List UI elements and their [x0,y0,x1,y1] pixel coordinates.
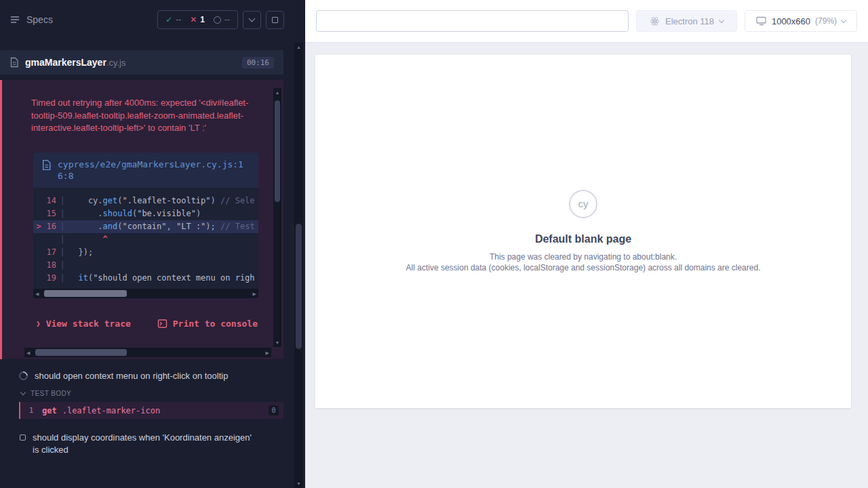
code-frame-file-link[interactable]: cypress/e2e/gmaMarkersLayer.cy.js:16:8 [33,152,258,188]
attempt-hscrollbar[interactable]: ◀ ▶ [24,348,271,357]
failed-count: 1 [200,15,205,24]
viewport-stage: cy Default blank page This page was clea… [305,43,868,488]
spec-file-icon [9,57,19,68]
spec-name: gmaMarkersLayer [25,57,106,68]
cypress-logo: cy [569,190,597,218]
test-item-queued[interactable]: should display coordinates when 'Koordin… [0,432,283,456]
stat-pending: -- [214,15,230,24]
error-message: Timed out retrying after 4000ms: expecte… [31,97,263,135]
chevron-right-icon: ❯ [36,319,41,328]
spec-duration: 00:16 [242,57,274,68]
blank-page-line2: All active session data (cookies, localS… [406,262,761,274]
attempt-vscrollbar[interactable]: ▲ ▼ [273,88,281,347]
stat-failed: ✕ 1 [190,15,205,24]
code-frame-hscrollbar[interactable]: ◀ ▶ [33,289,258,298]
stats-box: ✓ -- ✕ 1 -- [157,10,238,29]
reporter-controls: ✓ -- ✕ 1 -- [157,10,284,29]
runner-header: Electron 118 1000x660 (79%) [305,0,868,43]
test-title: should open context menu on right-click … [35,371,228,381]
code-line: >16| .and("contain", "LT :"); // Test [33,220,258,233]
error-actions: ❯ View stack trace Print to console [36,319,258,329]
spinner-icon [17,369,29,382]
scroll-right-icon[interactable]: ▶ [266,350,269,355]
pending-count: -- [224,15,230,24]
code-line: 19| it("should open context menu on righ [33,272,258,285]
command-count-badge: 0 [269,405,279,415]
stack-trace-label: View stack trace [46,319,131,329]
file-link-text: cypress/e2e/gmaMarkersLayer.cy.js:16:8 [58,159,250,182]
specs-menu-toggle[interactable]: Specs [9,14,53,25]
specs-label: Specs [26,14,53,25]
failed-attempt-panel: Timed out retrying after 4000ms: expecte… [0,80,283,359]
passed-count: -- [176,15,181,24]
command-method: get [42,406,57,415]
command-number: 1 [20,406,42,415]
viewport-select[interactable]: 1000x660 (79%) [745,10,857,32]
viewport-size: 1000x660 [772,16,810,26]
blank-page-title: Default blank page [406,233,761,245]
command-log-row[interactable]: 1 get .leaflet-marker-icon 0 [19,402,283,419]
file-icon [41,159,52,171]
test-body-section[interactable]: TEST BODY [0,387,71,399]
code-frame: cypress/e2e/gmaMarkersLayer.cy.js:16:8 1… [33,152,258,298]
code-frame-hscroll-thumb[interactable] [44,290,127,297]
cypress-app: Specs ✓ -- ✕ 1 -- [0,0,868,488]
print-to-console-button[interactable]: Print to console [157,319,258,329]
browser-select[interactable]: Electron 118 [636,10,737,32]
cross-icon: ✕ [190,15,197,24]
scroll-up-icon[interactable]: ▲ [273,90,281,95]
pending-icon [214,16,221,24]
collapse-all-button[interactable] [243,11,261,29]
code-lines: 14| cy.get(".leaflet-tooltip") // Sele15… [33,188,258,289]
scroll-down-icon[interactable]: ▼ [294,481,303,486]
chevron-down-icon [719,17,724,22]
viewport-icon [756,16,767,26]
scroll-down-icon[interactable]: ▼ [273,340,281,345]
code-line: 18| [33,259,258,272]
reporter-vscroll-thumb[interactable] [296,224,302,349]
attempt-hscroll-thumb[interactable] [35,349,127,356]
blank-page-line1: This page was cleared by navigating to a… [406,251,761,263]
reporter-panel: Specs ✓ -- ✕ 1 -- [0,0,305,488]
stat-passed: ✓ -- [165,15,181,24]
code-line: | ^ [33,233,258,246]
chevron-down-icon [249,16,256,22]
url-input[interactable] [316,10,629,32]
chevron-down-icon [20,389,26,394]
test-body-label: TEST BODY [31,390,71,397]
command-message: .leaflet-marker-icon [62,406,161,415]
reporter-vscrollbar[interactable]: ▲ ▼ [294,43,303,488]
reporter-header: Specs ✓ -- ✕ 1 -- [0,0,294,39]
view-stack-trace-button[interactable]: ❯ View stack trace [36,319,131,329]
chevron-down-icon [841,17,846,22]
scroll-left-icon[interactable]: ◀ [26,350,30,355]
scroll-up-icon[interactable]: ▲ [294,45,303,49]
print-console-label: Print to console [173,319,258,329]
attempt-vscroll-thumb[interactable] [275,100,280,202]
spec-extension: .cy.js [106,58,126,68]
code-line: 15| .should("be.visible") [33,207,258,220]
stop-run-button[interactable] [266,11,284,29]
blank-page-content: cy Default blank page This page was clea… [406,190,761,274]
stop-icon [272,17,278,23]
electron-browser-icon [650,16,660,26]
browser-label: Electron 118 [665,16,714,26]
scroll-right-icon[interactable]: ▶ [253,291,256,296]
test-item-active[interactable]: should open context menu on right-click … [0,368,283,383]
test-title: should display coordinates when 'Koordin… [33,432,260,456]
spec-bar[interactable]: gmaMarkersLayer.cy.js 00:16 [0,50,283,75]
runner-panel: Electron 118 1000x660 (79%) cy Default b… [305,0,868,488]
check-icon: ✓ [165,15,172,24]
code-line: 14| cy.get(".leaflet-tooltip") // Sele [33,195,258,207]
specs-list-icon [9,14,20,25]
viewport-scale: (79%) [815,16,837,26]
console-icon [157,319,167,329]
aut-iframe: cy Default blank page This page was clea… [315,55,851,408]
code-line: 17| }); [33,246,258,259]
scroll-left-icon[interactable]: ◀ [35,291,39,296]
queued-test-icon [20,434,26,441]
